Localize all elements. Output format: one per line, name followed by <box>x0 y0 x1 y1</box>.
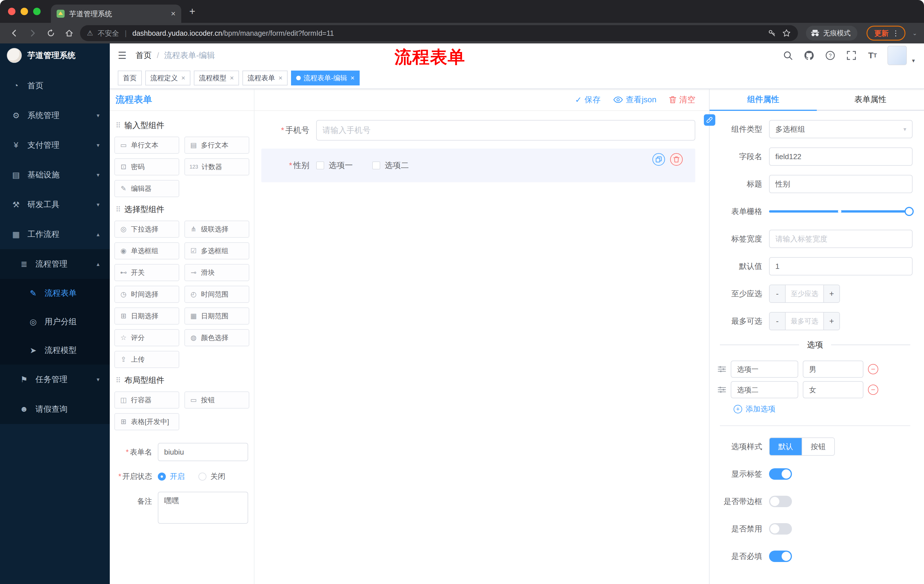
min-select-input[interactable] <box>785 285 823 302</box>
tag-close-icon[interactable]: × <box>230 74 234 82</box>
required-toggle[interactable] <box>769 551 792 562</box>
increase-button[interactable]: + <box>823 285 839 302</box>
palette-item-single-text[interactable]: ▭单行文本 <box>114 137 179 154</box>
browser-menu-icon[interactable]: ⋮ <box>892 29 900 38</box>
radio-closed[interactable]: 关闭 <box>198 471 225 482</box>
view-json-button[interactable]: 查看json <box>613 94 657 105</box>
palette-item-switch[interactable]: ⊷开关 <box>114 264 179 281</box>
fullscreen-icon[interactable] <box>845 49 858 62</box>
tag-process-form[interactable]: 流程表单 × <box>243 71 288 86</box>
palette-item-multi-text[interactable]: ▤多行文本 <box>185 137 249 154</box>
browser-update-button[interactable]: 更新 ⋮ <box>866 26 906 41</box>
tag-close-icon[interactable]: × <box>350 74 355 82</box>
checkbox-option-one[interactable]: 选项一 <box>316 160 353 171</box>
breadcrumb-home[interactable]: 首页 <box>135 50 152 61</box>
new-tab-button[interactable]: + <box>189 5 195 17</box>
style-default-button[interactable]: 默认 <box>770 438 802 455</box>
tab-component-props[interactable]: 组件属性 <box>710 89 817 110</box>
help-icon[interactable]: ? <box>824 49 837 62</box>
option-label-input[interactable] <box>731 360 798 378</box>
max-select-input[interactable] <box>785 313 823 330</box>
sidebar-item-user-group[interactable]: ◎ 用户分组 <box>0 308 110 336</box>
palette-item-time-range[interactable]: ◴时间范围 <box>185 286 249 303</box>
palette-item-editor[interactable]: ✎编辑器 <box>114 180 179 197</box>
address-bar[interactable]: ⚠ 不安全 | dashboard.yudao.iocoder.cn/bpm/m… <box>80 25 798 41</box>
tab-close-icon[interactable]: × <box>171 9 175 18</box>
bookmark-star-icon[interactable] <box>782 29 791 38</box>
title-input[interactable] <box>769 175 912 193</box>
toolbar-chevron-icon[interactable]: ⌄ <box>912 30 917 36</box>
palette-item-dropdown[interactable]: ◎下拉选择 <box>114 220 179 238</box>
security-warning-icon[interactable]: ⚠ <box>87 29 93 37</box>
palette-item-button[interactable]: ▭按钮 <box>185 392 249 409</box>
save-button[interactable]: ✓ 保存 <box>575 94 601 105</box>
increase-button[interactable]: + <box>823 313 839 330</box>
home-icon[interactable] <box>62 26 77 41</box>
sidebar-item-workflow[interactable]: ▦ 工作流程 ▴ <box>0 219 110 249</box>
default-value-input[interactable] <box>769 257 912 275</box>
sidebar-item-home[interactable]: ◔ 首页 <box>0 71 110 100</box>
decrease-button[interactable]: - <box>770 313 785 330</box>
remove-option-button[interactable]: − <box>868 385 878 395</box>
palette-item-checkbox-group[interactable]: ☑多选框组 <box>185 242 249 260</box>
show-label-toggle[interactable] <box>769 468 792 480</box>
avatar-caret-icon[interactable]: ▾ <box>912 57 915 65</box>
security-label[interactable]: 不安全 <box>98 29 119 38</box>
field-gender-selected[interactable]: *性别 选项一 选项二 <box>261 148 695 182</box>
sidebar-item-task-management[interactable]: ⚑ 任务管理 ▾ <box>0 365 110 394</box>
sidebar-logo[interactable]: 芋道管理系统 <box>0 43 110 67</box>
checkbox-box[interactable] <box>372 161 380 169</box>
palette-item-radio-group[interactable]: ◉单选框组 <box>114 242 179 260</box>
forward-icon[interactable] <box>25 26 40 41</box>
font-size-icon[interactable]: TT <box>866 49 879 62</box>
palette-item-color-picker[interactable]: ◍颜色选择 <box>185 329 249 346</box>
border-toggle[interactable] <box>769 496 792 507</box>
tab-form-props[interactable]: 表单属性 <box>817 89 924 110</box>
remove-option-button[interactable]: − <box>868 364 878 374</box>
link-badge-icon[interactable] <box>704 114 715 126</box>
sidebar-item-infrastructure[interactable]: ▤ 基础设施 ▾ <box>0 160 110 190</box>
sidebar-item-process-model[interactable]: ➤ 流程模型 <box>0 336 110 365</box>
window-zoom-button[interactable] <box>33 8 41 15</box>
form-remark-textarea[interactable] <box>158 492 248 524</box>
phone-input[interactable] <box>316 120 695 141</box>
option-value-input[interactable] <box>803 360 863 378</box>
delete-component-button[interactable] <box>670 153 683 166</box>
disabled-toggle[interactable] <box>769 523 792 535</box>
copy-component-button[interactable] <box>652 153 665 166</box>
palette-item-upload[interactable]: ⇪上传 <box>114 351 179 368</box>
field-name-input[interactable] <box>769 147 912 166</box>
page-url[interactable]: dashboard.yudao.iocoder.cn/bpm/manager/f… <box>132 29 763 38</box>
palette-item-date-picker[interactable]: ⊞日期选择 <box>114 308 179 324</box>
palette-item-rate[interactable]: ☆评分 <box>114 329 179 346</box>
component-type-select[interactable]: 多选框组 ▾ <box>769 120 912 138</box>
sidebar-item-leave-query[interactable]: ☻ 请假查询 <box>0 394 110 424</box>
sidebar-item-system[interactable]: ⚙ 系统管理 ▾ <box>0 100 110 130</box>
sidebar-toggle-icon[interactable]: ☰ <box>118 50 126 61</box>
palette-item-date-range[interactable]: ▦日期范围 <box>185 308 249 324</box>
form-name-input[interactable] <box>158 443 248 461</box>
tag-process-model[interactable]: 流程模型 × <box>194 71 239 86</box>
option-drag-icon[interactable] <box>718 365 726 373</box>
search-icon[interactable] <box>782 49 794 62</box>
github-icon[interactable] <box>803 49 815 62</box>
tag-process-form-edit[interactable]: 流程表单-编辑 × <box>291 71 360 86</box>
reload-icon[interactable] <box>43 26 58 41</box>
decrease-button[interactable]: - <box>770 285 785 302</box>
slider-handle[interactable] <box>904 207 914 216</box>
window-minimize-button[interactable] <box>21 8 28 15</box>
back-icon[interactable] <box>7 26 22 41</box>
browser-tab[interactable]: 芋道管理系统 × <box>51 5 181 23</box>
canvas-body[interactable]: *手机号 *性别 选项一 选项二 <box>254 111 709 584</box>
palette-item-row-container[interactable]: ◫行容器 <box>114 392 179 409</box>
window-close-button[interactable] <box>8 8 15 15</box>
add-option-button[interactable]: + 添加选项 <box>734 404 912 414</box>
palette-item-password[interactable]: ⊡密码 <box>114 158 179 175</box>
sidebar-item-process-management[interactable]: ≣ 流程管理 ▴ <box>0 249 110 279</box>
option-label-input[interactable] <box>731 381 798 398</box>
sidebar-item-process-form[interactable]: ✎ 流程表单 <box>0 279 110 308</box>
avatar[interactable] <box>888 46 907 65</box>
option-value-input[interactable] <box>803 381 863 398</box>
sidebar-item-payment[interactable]: ¥ 支付管理 ▾ <box>0 130 110 160</box>
label-width-input[interactable] <box>769 230 912 248</box>
